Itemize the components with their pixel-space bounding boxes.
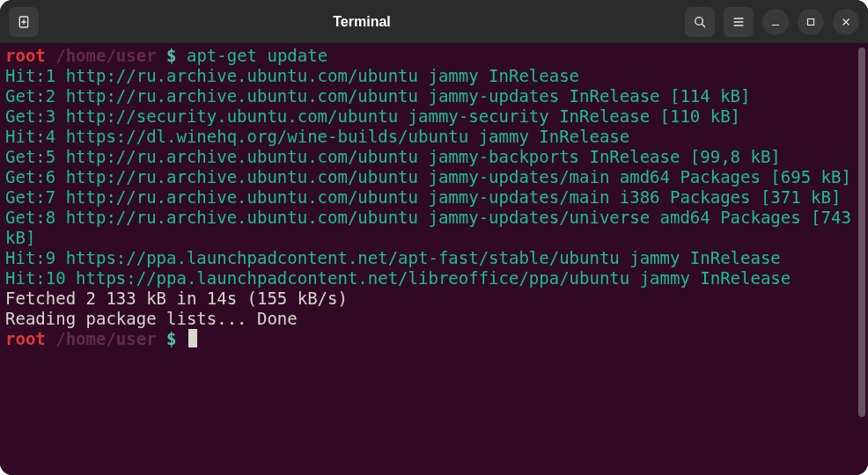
apt-output-line: Get:6 http://ru.archive.ubuntu.com/ubunt… bbox=[5, 167, 863, 187]
prompt-user: root bbox=[5, 329, 46, 348]
close-button[interactable] bbox=[833, 9, 859, 35]
svg-rect-2 bbox=[808, 18, 814, 25]
maximize-icon bbox=[805, 16, 817, 28]
search-button[interactable] bbox=[685, 7, 715, 37]
svg-point-1 bbox=[695, 17, 703, 25]
terminal-window: Terminal bbox=[0, 0, 868, 475]
minimize-button[interactable] bbox=[762, 9, 789, 35]
new-tab-icon bbox=[17, 15, 31, 29]
prompt-symbol: $ bbox=[166, 329, 176, 348]
apt-summary-line: Fetched 2 133 kB in 14s (155 kB/s) bbox=[5, 289, 863, 309]
scrollbar-thumb[interactable] bbox=[858, 48, 865, 417]
prompt-line: root /home/user $ bbox=[5, 329, 863, 349]
menu-button[interactable] bbox=[724, 7, 754, 37]
apt-summary-line: Reading package lists... Done bbox=[5, 309, 863, 329]
new-tab-button[interactable] bbox=[9, 7, 39, 37]
apt-output-line: Get:5 http://ru.archive.ubuntu.com/ubunt… bbox=[5, 147, 863, 167]
apt-output-line: Hit:9 https://ppa.launchpadcontent.net/a… bbox=[5, 248, 863, 268]
maximize-button[interactable] bbox=[798, 9, 824, 35]
prompt-user: root bbox=[5, 46, 46, 65]
apt-output-line: Hit:4 https://dl.winehq.org/wine-builds/… bbox=[5, 127, 863, 147]
prompt-symbol: $ bbox=[166, 46, 176, 65]
minimize-icon bbox=[769, 16, 782, 28]
window-title: Terminal bbox=[39, 14, 685, 30]
apt-output-line: Get:8 http://ru.archive.ubuntu.com/ubunt… bbox=[5, 208, 863, 248]
terminal-output[interactable]: root /home/user $ apt-get updateHit:1 ht… bbox=[0, 44, 868, 475]
terminal-viewport: root /home/user $ apt-get updateHit:1 ht… bbox=[0, 44, 868, 475]
apt-output-line: Get:2 http://ru.archive.ubuntu.com/ubunt… bbox=[5, 86, 863, 106]
prompt-path: /home/user bbox=[55, 46, 156, 65]
close-icon bbox=[840, 16, 852, 28]
cursor bbox=[188, 329, 197, 347]
apt-output-line: Hit:1 http://ru.archive.ubuntu.com/ubunt… bbox=[5, 66, 863, 86]
apt-output-line: Get:7 http://ru.archive.ubuntu.com/ubunt… bbox=[5, 187, 863, 208]
search-icon bbox=[693, 15, 707, 29]
prompt-path: /home/user bbox=[55, 329, 156, 348]
titlebar: Terminal bbox=[0, 0, 868, 44]
apt-output-line: Hit:10 https://ppa.launchpadcontent.net/… bbox=[5, 268, 863, 289]
hamburger-icon bbox=[732, 15, 746, 29]
prompt-line: root /home/user $ apt-get update bbox=[5, 46, 863, 66]
apt-output-line: Get:3 http://security.ubuntu.com/ubuntu … bbox=[5, 106, 863, 127]
command-text: apt-get update bbox=[187, 46, 327, 65]
